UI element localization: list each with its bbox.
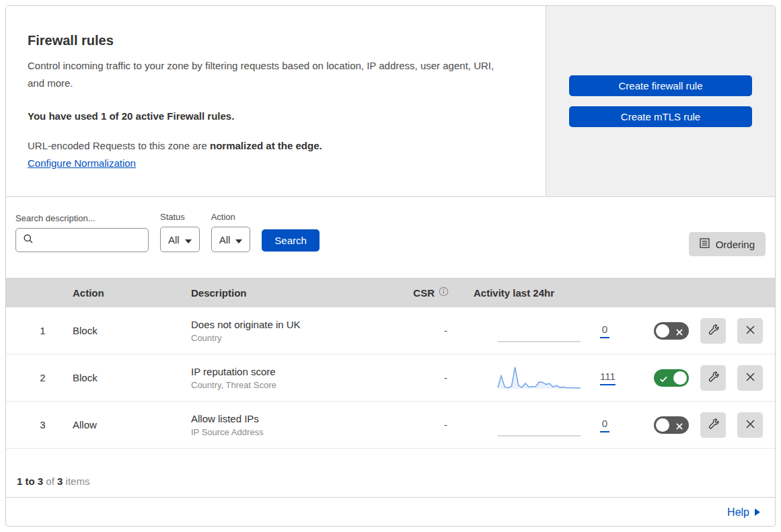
status-dropdown-value: All: [168, 234, 180, 245]
table-row: 1 Block Does not originate in UK Country…: [6, 307, 775, 354]
rule-activity-cell: 0: [457, 412, 632, 438]
summary-of: of: [46, 476, 54, 487]
wrench-icon: [706, 323, 720, 338]
close-icon: [745, 371, 756, 385]
edit-rule-button[interactable]: [700, 412, 726, 438]
rule-fields: Country: [191, 333, 396, 343]
search-label: Search description...: [15, 213, 149, 223]
rule-csr: -: [396, 372, 457, 383]
status-dropdown[interactable]: All: [160, 227, 200, 252]
actions-panel: Create firewall rule Create mTLS rule: [546, 6, 775, 196]
rule-controls: [632, 318, 775, 344]
ordering-button-label: Ordering: [716, 239, 755, 250]
column-header-action: Action: [63, 287, 181, 299]
column-header-csr: CSR: [396, 287, 457, 299]
column-header-csr-label: CSR: [413, 287, 435, 299]
header-section: Firewall rules Control incoming traffic …: [6, 6, 775, 197]
info-icon[interactable]: [439, 287, 449, 299]
status-label: Status: [160, 212, 200, 222]
delete-rule-button[interactable]: [737, 318, 763, 344]
normalization-note-text: URL-encoded Requests to this zone are: [28, 140, 210, 151]
rule-controls: [632, 412, 775, 438]
toggle-check-icon: [659, 374, 668, 385]
toggle-knob: [656, 418, 669, 432]
rule-description: Does not originate in UK: [191, 319, 396, 330]
page-description: Control incoming traffic to your zone by…: [28, 57, 498, 93]
rule-enabled-toggle[interactable]: [654, 416, 689, 434]
delete-rule-button[interactable]: [737, 365, 763, 391]
action-label: Action: [211, 212, 251, 222]
chevron-down-icon: [185, 234, 192, 245]
page-title: Firewall rules: [28, 33, 524, 48]
table-body: 1 Block Does not originate in UK Country…: [6, 307, 775, 449]
ordering-button[interactable]: Ordering: [689, 232, 766, 256]
activity-count-link[interactable]: 0: [600, 324, 609, 338]
rule-fields: Country, Threat Score: [191, 380, 396, 390]
table-row: 3 Allow Allow listed IPs IP Source Addre…: [6, 402, 775, 449]
edit-rule-button[interactable]: [700, 318, 726, 344]
rule-activity-cell: 0: [457, 318, 632, 344]
filter-bar: Search description... Status All Action: [6, 197, 775, 278]
toggle-knob: [656, 324, 669, 338]
search-input-wrapper[interactable]: [15, 228, 149, 252]
delete-rule-button[interactable]: [737, 412, 763, 438]
rule-csr: -: [396, 325, 457, 336]
rule-description-cell: IP reputation score Country, Threat Scor…: [181, 366, 396, 390]
help-link[interactable]: Help: [727, 506, 760, 519]
wrench-icon: [706, 417, 720, 432]
rule-description-cell: Does not originate in UK Country: [181, 319, 396, 343]
rule-action: Allow: [63, 419, 181, 430]
rule-controls: [632, 365, 775, 391]
pagination-summary: 1 to 3 of 3 items: [6, 449, 775, 498]
rule-action: Block: [63, 372, 181, 383]
rule-action: Block: [63, 325, 181, 336]
search-input[interactable]: [39, 235, 141, 246]
rule-description: IP reputation score: [191, 366, 396, 377]
table-header: Action Description CSR Activity last 24h…: [6, 278, 775, 307]
create-firewall-rule-button[interactable]: Create firewall rule: [569, 75, 752, 96]
rule-csr: -: [396, 419, 457, 430]
close-icon: [745, 324, 756, 338]
column-header-description: Description: [181, 287, 396, 299]
rule-priority: 2: [6, 372, 63, 383]
table-row: 2 Block IP reputation score Country, Thr…: [6, 354, 775, 402]
search-icon: [23, 233, 34, 247]
activity-sparkline: [497, 318, 581, 344]
configure-normalization-link[interactable]: Configure Normalization: [28, 157, 136, 169]
wrench-icon: [706, 370, 720, 385]
rule-activity-cell: 111: [457, 365, 632, 391]
activity-sparkline: [497, 365, 581, 391]
toggle-x-icon: [675, 327, 683, 338]
close-icon: [745, 418, 756, 432]
action-dropdown[interactable]: All: [211, 227, 251, 252]
summary-items: items: [66, 476, 90, 487]
activity-sparkline: [497, 412, 581, 438]
summary-total: 3: [57, 476, 63, 487]
arrow-right-icon: [755, 506, 760, 519]
help-row: Help: [6, 498, 775, 527]
activity-count-link[interactable]: 111: [600, 371, 616, 385]
rule-enabled-toggle[interactable]: [654, 369, 689, 387]
toggle-knob: [673, 371, 687, 385]
rule-priority: 3: [6, 419, 63, 430]
rule-description: Allow listed IPs: [191, 413, 396, 424]
column-header-activity: Activity last 24hr: [457, 287, 632, 299]
create-mtls-rule-button[interactable]: Create mTLS rule: [569, 106, 752, 127]
toggle-x-icon: [675, 421, 683, 432]
firewall-rules-card: Firewall rules Control incoming traffic …: [5, 5, 776, 527]
rule-enabled-toggle[interactable]: [654, 322, 689, 340]
usage-summary: You have used 1 of 20 active Firewall ru…: [28, 110, 524, 122]
edit-rule-button[interactable]: [700, 365, 726, 391]
summary-range: 1 to 3: [17, 476, 43, 487]
normalization-note-bold: normalized at the edge.: [210, 140, 322, 151]
rule-fields: IP Source Address: [191, 427, 396, 437]
ordering-list-icon: [700, 238, 710, 250]
rule-description-cell: Allow listed IPs IP Source Address: [181, 413, 396, 437]
activity-count-link[interactable]: 0: [600, 418, 609, 432]
help-link-label: Help: [727, 506, 749, 519]
header-text-panel: Firewall rules Control incoming traffic …: [6, 6, 546, 196]
action-dropdown-value: All: [219, 234, 231, 245]
search-button[interactable]: Search: [262, 229, 320, 252]
normalization-note: URL-encoded Requests to this zone are no…: [28, 140, 524, 151]
chevron-down-icon: [235, 234, 242, 245]
